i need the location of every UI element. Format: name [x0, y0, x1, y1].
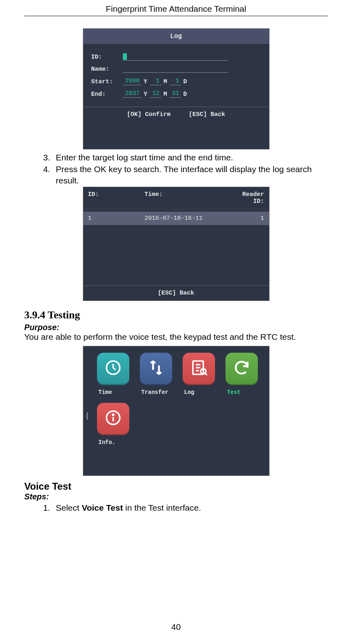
log-result-screen: ID: Time: Reader ID: 1 2016-07-18-16-11 … — [83, 187, 270, 301]
log-icon — [190, 359, 208, 379]
id-label: ID: — [91, 54, 123, 61]
log-search-screen: Log ID: Name: Start: 2000 Y 1 M 1 D End:… — [83, 28, 270, 149]
result-reader-id: 1 — [230, 215, 264, 222]
result-time: 2016-07-18-16-11 — [145, 215, 230, 222]
voice-steps-list: Select Voice Test in the Test interface. — [53, 502, 328, 513]
refresh-icon — [233, 359, 251, 379]
voice-step-1: Select Voice Test in the Test interface. — [53, 502, 328, 513]
col-time-header: Time: — [145, 191, 230, 205]
screen-title: Log — [83, 29, 269, 44]
menu-label-log: Log — [183, 387, 221, 401]
end-year-input[interactable]: 2037 — [123, 90, 141, 98]
menu-label-test: Test — [226, 387, 263, 401]
start-month-input[interactable]: 1 — [150, 78, 161, 85]
esc-hint: [ESC] Back — [189, 111, 225, 118]
end-label: End: — [91, 91, 123, 98]
col-reader-header: Reader ID: — [230, 191, 264, 205]
steps-label: Steps: — [24, 492, 328, 501]
log-footer: [OK] Confirm [ESC] Back — [83, 107, 269, 122]
chevron-left-icon[interactable]: ⟨ — [86, 411, 89, 421]
year-unit: Y — [144, 78, 148, 85]
menu-tile-log[interactable] — [183, 353, 215, 385]
col-id-header: ID: — [88, 191, 145, 205]
menu-label-transfer: Transfer — [140, 387, 178, 401]
step-4: Press the OK key to search. The interfac… — [53, 164, 328, 186]
day-unit: D — [183, 78, 187, 85]
result-row[interactable]: 1 2016-07-18-16-11 1 — [83, 212, 269, 225]
steps-list: Enter the target log start time and the … — [53, 152, 328, 186]
result-id: 1 — [88, 215, 145, 222]
info-icon — [104, 409, 122, 429]
day-unit: D — [183, 91, 187, 98]
section-heading: 3.9.4 Testing — [24, 309, 328, 321]
name-input[interactable] — [123, 65, 228, 73]
menu-tile-transfer[interactable] — [140, 353, 172, 385]
clock-icon — [104, 359, 122, 379]
menu-tile-time[interactable] — [97, 353, 129, 385]
menu-label-info: Info. — [97, 437, 135, 451]
start-day-input[interactable]: 1 — [170, 78, 181, 85]
year-unit: Y — [144, 91, 148, 98]
name-label: Name: — [91, 66, 123, 73]
menu-tile-test[interactable] — [226, 353, 258, 385]
page-header: Fingerprint Time Attendance Terminal — [24, 4, 328, 16]
menu-tile-info[interactable] — [97, 403, 129, 435]
start-year-input[interactable]: 2000 — [123, 78, 141, 85]
end-day-input[interactable]: 31 — [170, 90, 181, 98]
menu-label-time: Time — [97, 387, 135, 401]
result-header-row: ID: Time: Reader ID: — [83, 187, 269, 209]
voice-test-heading: Voice Test — [24, 481, 328, 492]
id-input[interactable] — [123, 53, 228, 61]
purpose-label: Purpose: — [24, 323, 328, 332]
purpose-text: You are able to perform the voice test, … — [24, 332, 328, 342]
system-menu-screen: ⟨ TimeTransferLogTestInfo. — [83, 346, 270, 476]
svg-point-4 — [112, 415, 114, 416]
page-number: 40 — [0, 622, 352, 632]
start-label: Start: — [91, 78, 123, 85]
end-month-input[interactable]: 12 — [150, 90, 161, 98]
step-3: Enter the target log start time and the … — [53, 152, 328, 163]
transfer-icon — [147, 359, 165, 379]
result-footer: [ESC] Back — [83, 285, 269, 301]
month-unit: M — [164, 91, 167, 98]
month-unit: M — [164, 78, 167, 85]
ok-hint: [OK] Confirm — [127, 111, 171, 118]
